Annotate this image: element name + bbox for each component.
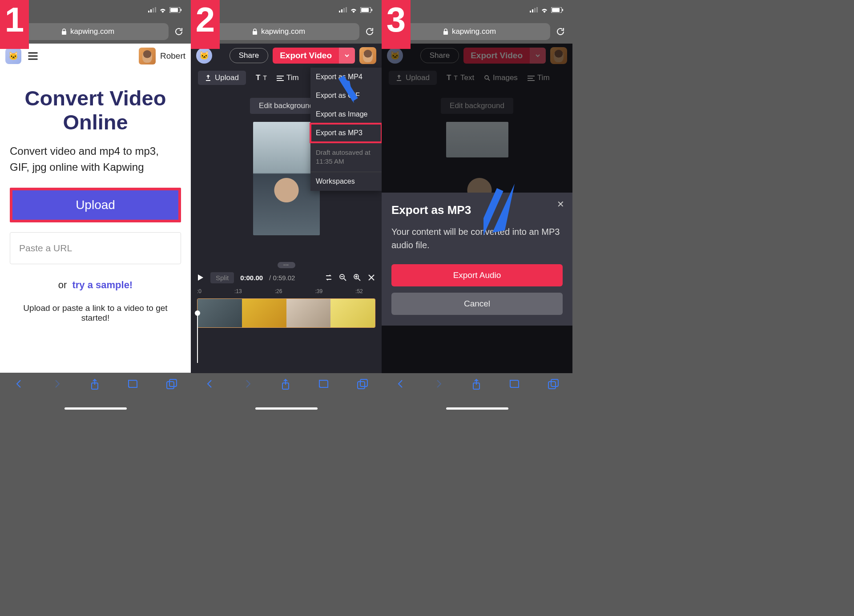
close-timeline-icon[interactable]	[367, 274, 375, 282]
forward-icon	[433, 378, 444, 389]
tabs-icon[interactable]	[548, 378, 559, 390]
timeline-track[interactable]	[197, 298, 375, 328]
export-dropdown-toggle[interactable]	[339, 48, 355, 64]
editor-upload-label: Upload	[215, 73, 239, 82]
editor-upload-button[interactable]: Upload	[198, 71, 246, 85]
upload-button[interactable]: Upload	[10, 188, 181, 222]
timeline-clip[interactable]	[242, 299, 286, 327]
svg-rect-40	[360, 379, 367, 387]
export-mp4-item[interactable]: Export as MP4	[310, 68, 382, 86]
svg-rect-17	[343, 8, 345, 12]
step-number-badge: 2	[191, 0, 220, 49]
kapwing-logo[interactable]: 🐱	[196, 48, 212, 64]
timeline-drag-handle[interactable]: •••	[278, 262, 295, 268]
play-icon[interactable]	[197, 274, 204, 281]
export-mp3-item[interactable]: Export as MP3	[310, 124, 382, 142]
playhead[interactable]	[197, 314, 198, 363]
export-audio-button[interactable]: Export Audio	[391, 264, 563, 286]
workspaces-item[interactable]: Workspaces	[310, 172, 382, 191]
timeline-tool-label: Tim	[286, 73, 299, 82]
svg-rect-7	[62, 31, 66, 35]
cellular-icon	[339, 7, 347, 12]
export-image-item[interactable]: Export as Image	[310, 105, 382, 124]
footer-helper-text: Upload or paste a link to a video to get…	[0, 303, 191, 323]
svg-rect-41	[530, 11, 531, 12]
svg-rect-3	[155, 7, 156, 12]
paste-url-input[interactable]: Paste a URL	[10, 232, 181, 264]
tabs-icon[interactable]	[166, 378, 177, 390]
share-icon[interactable]	[471, 378, 482, 391]
address-bar[interactable]: kapwing.com	[7, 23, 169, 40]
lock-icon	[61, 28, 67, 35]
avatar[interactable]	[359, 47, 376, 64]
bookmarks-icon[interactable]	[318, 378, 330, 389]
current-time: 0:00.00	[240, 274, 263, 282]
timeline-clip[interactable]	[330, 299, 375, 327]
svg-rect-18	[346, 7, 347, 12]
bookmarks-icon[interactable]	[127, 378, 139, 389]
svg-rect-46	[552, 8, 560, 12]
svg-rect-13	[167, 382, 174, 389]
modal-body: Your content will be converted into an M…	[391, 225, 563, 252]
svg-rect-48	[443, 31, 448, 35]
export-video-button[interactable]: Export Video	[273, 48, 339, 64]
autosave-status: Draft autosaved at 11:35 AM	[310, 142, 382, 172]
reload-icon[interactable]	[556, 27, 565, 36]
svg-rect-20	[361, 8, 369, 12]
zoom-in-icon[interactable]	[353, 274, 361, 282]
share-icon[interactable]	[89, 378, 100, 391]
avatar[interactable]	[139, 48, 156, 64]
export-dropdown-menu: Export as MP4 Export as GIF Export as Im…	[310, 68, 382, 191]
svg-rect-39	[358, 382, 365, 389]
svg-marker-27	[198, 274, 203, 281]
tabs-icon[interactable]	[357, 378, 368, 390]
kapwing-logo[interactable]: 🐱	[5, 48, 21, 64]
share-icon[interactable]	[280, 378, 291, 391]
page-subtitle: Convert video and mp4 to mp3, GIF, jpg o…	[0, 143, 191, 175]
try-sample-link[interactable]: try a sample!	[72, 279, 133, 290]
cancel-button[interactable]: Cancel	[391, 293, 563, 315]
reload-icon[interactable]	[174, 27, 184, 36]
timeline-tool[interactable]: Tim	[277, 73, 299, 82]
bookmarks-icon[interactable]	[509, 378, 520, 389]
export-gif-item[interactable]: Export as GIF	[310, 86, 382, 105]
svg-rect-57	[548, 382, 556, 389]
text-tool[interactable]: TT	[256, 73, 267, 82]
svg-rect-43	[534, 8, 536, 12]
step-number-badge: 3	[382, 0, 411, 49]
loop-icon[interactable]	[325, 274, 333, 281]
user-name: Robert	[160, 51, 185, 61]
back-icon[interactable]	[395, 378, 406, 389]
svg-rect-5	[170, 8, 178, 12]
share-button[interactable]: Share	[230, 48, 268, 63]
back-icon[interactable]	[14, 378, 24, 389]
address-bar[interactable]: kapwing.com	[198, 23, 359, 40]
cellular-icon	[530, 7, 538, 12]
svg-rect-22	[253, 31, 257, 35]
svg-rect-21	[371, 9, 372, 11]
cellular-icon	[148, 7, 156, 12]
step-number-badge: 1	[0, 0, 29, 49]
svg-rect-47	[562, 9, 563, 11]
back-icon[interactable]	[205, 378, 215, 389]
split-button[interactable]: Split	[210, 272, 234, 283]
modal-title: Export as MP3	[391, 203, 563, 217]
lock-icon	[252, 28, 258, 35]
video-preview[interactable]	[253, 122, 320, 235]
timeline-clip[interactable]	[197, 299, 242, 327]
svg-rect-15	[339, 11, 340, 12]
zoom-out-icon[interactable]	[339, 274, 347, 282]
svg-rect-6	[181, 9, 181, 11]
chevron-down-icon	[344, 52, 350, 59]
reload-icon[interactable]	[365, 27, 375, 36]
battery-icon	[169, 7, 182, 13]
hamburger-menu-icon[interactable]	[27, 50, 39, 62]
svg-rect-58	[551, 379, 558, 387]
timeline-clip[interactable]	[286, 299, 331, 327]
address-bar[interactable]: kapwing.com	[389, 23, 550, 40]
home-indicator	[446, 407, 508, 410]
wifi-icon	[350, 7, 358, 13]
page-title: Convert Video Online	[0, 68, 191, 143]
svg-rect-16	[341, 9, 342, 12]
close-icon[interactable]: ✕	[557, 199, 564, 209]
